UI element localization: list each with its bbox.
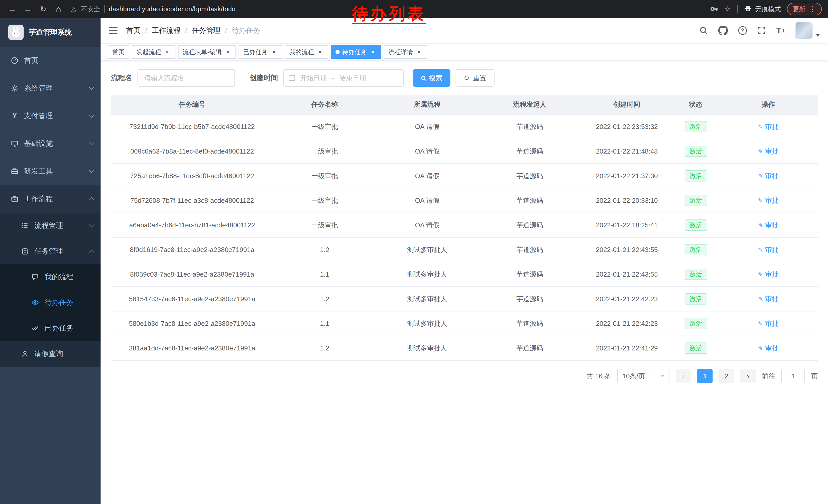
status-cell: 激活: [673, 311, 719, 336]
table-row: 069c6a63-7b8a-11ec-8ef0-acde48001122一级审批…: [111, 139, 818, 164]
approve-label: 审批: [765, 245, 779, 254]
task-id-cell: 381aa1dd-7ac8-11ec-a9e2-a2380e71991a: [111, 336, 274, 360]
approve-button[interactable]: 审批: [758, 221, 779, 230]
chevron-down-icon: [89, 140, 94, 145]
back-icon[interactable]: [5, 2, 19, 16]
sidebar-item-todo-tasks[interactable]: 待办任务: [0, 290, 100, 315]
approve-button[interactable]: 审批: [758, 122, 779, 131]
chevron-down-icon: [89, 112, 94, 118]
incognito-label: 无痕模式: [755, 5, 781, 13]
tab-process-detail[interactable]: 流程详情: [384, 45, 427, 59]
sidebar-item-leave-query[interactable]: 请假查询: [0, 341, 100, 367]
sidebar-item-done-tasks[interactable]: 已办任务: [0, 315, 100, 341]
logo-avatar-icon: [8, 25, 24, 40]
top-navbar: 首页 工作流程 任务管理 待办任务: [100, 18, 828, 44]
breadcrumb-home[interactable]: 首页: [126, 26, 140, 35]
search-icon[interactable]: [699, 26, 708, 35]
close-icon[interactable]: [164, 48, 171, 56]
breadcrumb-task-management[interactable]: 任务管理: [180, 26, 220, 35]
hamburger-icon[interactable]: [100, 18, 126, 43]
update-button[interactable]: 更新: [787, 3, 822, 15]
task-id-cell: 8f059c03-7ac8-11ec-a9e2-a2380e71991a: [111, 262, 274, 287]
task-name-cell: 一级审批: [274, 213, 376, 237]
sidebar-item-workflow[interactable]: 工作流程: [0, 185, 100, 213]
edit-icon: [758, 172, 763, 180]
active-dot: [335, 50, 340, 54]
breadcrumb-workflow[interactable]: 工作流程: [140, 26, 180, 35]
close-icon[interactable]: [369, 48, 377, 56]
close-icon[interactable]: [416, 48, 423, 56]
tab-done-tasks[interactable]: 已办任务: [239, 45, 282, 59]
reset-button[interactable]: 重置: [456, 69, 495, 87]
sidebar-item-my-process[interactable]: 我的流程: [0, 264, 100, 290]
edit-icon: [758, 246, 763, 254]
table-header-row: 任务编号 任务名称 所属流程 流程发起人 创建时间 状态 操作: [111, 95, 818, 114]
action-cell: 审批: [719, 188, 818, 213]
user-menu[interactable]: [795, 22, 820, 39]
date-range-picker[interactable]: 开始日期 - 结束日期: [283, 69, 404, 87]
fullscreen-icon[interactable]: [757, 26, 766, 35]
clipboard-icon: [20, 247, 29, 255]
page-button-2[interactable]: 2: [719, 369, 734, 383]
close-icon[interactable]: [271, 48, 278, 56]
prev-page-button[interactable]: [676, 369, 691, 383]
close-icon[interactable]: [224, 48, 232, 56]
initiator-cell: 芋道源码: [479, 114, 581, 139]
refresh-icon: [464, 74, 469, 82]
process-cell: 测试多审批人: [376, 311, 479, 336]
process-name-label: 流程名: [111, 73, 132, 83]
approve-button[interactable]: 审批: [758, 245, 779, 254]
key-icon[interactable]: [710, 5, 718, 13]
font-size-icon[interactable]: [776, 26, 785, 35]
sidebar-item-infrastructure[interactable]: 基础设施: [0, 130, 100, 157]
task-table-body: 73211d9d-7b9b-11ec-b5b7-acde48001122一级审批…: [111, 114, 818, 360]
task-name-cell: 1.1: [274, 262, 376, 287]
approve-button[interactable]: 审批: [758, 270, 779, 279]
created-time-cell: 2022-01-21 22:43:55: [581, 262, 673, 287]
next-page-button[interactable]: [740, 369, 756, 383]
sidebar-item-process-management[interactable]: 流程管理: [0, 213, 100, 238]
task-id-cell: 580e1b3d-7ac8-11ec-a9e2-a2380e71991a: [111, 311, 274, 336]
created-time-cell: 2022-01-21 22:43:55: [581, 237, 673, 262]
reload-icon[interactable]: [36, 2, 50, 16]
sidebar-item-home[interactable]: 首页: [0, 47, 100, 74]
sidebar-item-devtools[interactable]: 研发工具: [0, 157, 100, 185]
page-button-1[interactable]: 1: [697, 369, 713, 383]
action-cell: 审批: [719, 262, 818, 287]
search-button[interactable]: 搜索: [413, 69, 450, 87]
app-logo[interactable]: 芋道管理系统: [0, 18, 100, 47]
sidebar-item-payment[interactable]: 支付管理: [0, 102, 100, 130]
process-cell: 测试多审批人: [376, 287, 479, 311]
chevron-down-icon: [660, 375, 664, 377]
chat-icon: [31, 273, 40, 281]
goto-page-input[interactable]: [781, 369, 805, 383]
close-icon[interactable]: [317, 48, 324, 56]
page-size-select[interactable]: 10条/页: [617, 369, 669, 383]
tab-home[interactable]: 首页: [108, 45, 129, 59]
approve-button[interactable]: 审批: [758, 319, 779, 328]
github-icon[interactable]: [718, 26, 728, 35]
sidebar-item-system[interactable]: 系统管理: [0, 74, 100, 102]
tab-todo-tasks[interactable]: 待办任务: [331, 45, 381, 59]
help-icon[interactable]: [738, 26, 747, 35]
status-badge: 激活: [685, 220, 707, 231]
status-cell: 激活: [673, 114, 719, 139]
status-badge: 激活: [685, 342, 707, 354]
forward-icon[interactable]: [20, 2, 35, 16]
task-name-cell: 1.2: [274, 237, 376, 262]
calendar-icon: [289, 75, 295, 81]
monitor-icon: [10, 140, 19, 147]
bookmark-star-icon[interactable]: [724, 4, 731, 14]
tab-my-process[interactable]: 我的流程: [285, 45, 328, 59]
home-icon[interactable]: [51, 2, 66, 16]
approve-button[interactable]: 审批: [758, 344, 779, 353]
tab-form-edit[interactable]: 流程表单-编辑: [178, 45, 236, 59]
sidebar-item-task-management[interactable]: 任务管理: [0, 238, 100, 264]
approve-button[interactable]: 审批: [758, 196, 779, 205]
status-badge: 激活: [685, 121, 707, 132]
tab-start-process[interactable]: 发起流程: [132, 45, 175, 59]
process-name-input[interactable]: [137, 69, 235, 87]
approve-button[interactable]: 审批: [758, 172, 779, 180]
approve-button[interactable]: 审批: [758, 147, 779, 156]
approve-button[interactable]: 审批: [758, 294, 779, 304]
